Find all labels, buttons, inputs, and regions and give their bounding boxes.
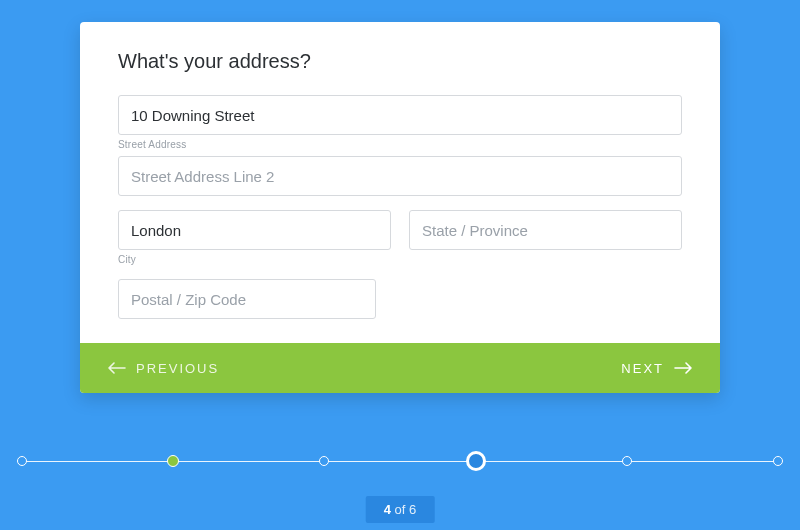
field-street2 xyxy=(118,156,682,196)
field-state xyxy=(409,210,682,265)
city-input[interactable] xyxy=(118,210,391,250)
row-city-state: City xyxy=(118,210,682,265)
previous-button[interactable]: PREVIOUS xyxy=(80,343,400,393)
next-label: NEXT xyxy=(621,361,664,376)
field-postal xyxy=(118,279,376,319)
arrow-right-icon xyxy=(674,361,692,375)
city-label: City xyxy=(118,254,391,265)
progress-step-1[interactable] xyxy=(17,456,27,466)
progress-step-4[interactable] xyxy=(466,451,486,471)
state-input[interactable] xyxy=(409,210,682,250)
progress-track xyxy=(20,461,780,462)
street-input[interactable] xyxy=(118,95,682,135)
field-street: Street Address xyxy=(118,95,682,150)
step-total: 6 xyxy=(409,502,416,517)
next-button[interactable]: NEXT xyxy=(400,343,720,393)
step-indicator: 4 of 6 xyxy=(366,496,435,523)
row-postal xyxy=(118,279,682,319)
progress-step-6[interactable] xyxy=(773,456,783,466)
street2-input[interactable] xyxy=(118,156,682,196)
arrow-left-icon xyxy=(108,361,126,375)
progress-step-5[interactable] xyxy=(622,456,632,466)
nav-bar: PREVIOUS NEXT xyxy=(80,343,720,393)
form-body: What's your address? Street Address City xyxy=(80,22,720,343)
street-label: Street Address xyxy=(118,139,682,150)
progress-step-2[interactable] xyxy=(167,455,179,467)
postal-input[interactable] xyxy=(118,279,376,319)
step-of: of xyxy=(391,502,409,517)
progress-step-3[interactable] xyxy=(319,456,329,466)
form-card: What's your address? Street Address City xyxy=(80,22,720,393)
field-city: City xyxy=(118,210,391,265)
previous-label: PREVIOUS xyxy=(136,361,219,376)
form-title: What's your address? xyxy=(118,50,682,73)
